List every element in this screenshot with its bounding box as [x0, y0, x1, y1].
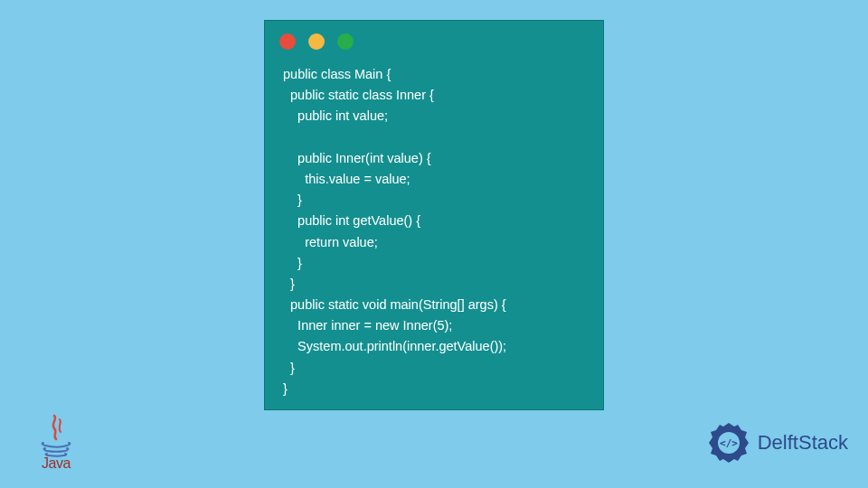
window-dots: [265, 21, 603, 55]
java-label: Java: [42, 455, 71, 472]
code-window: public class Main { public static class …: [264, 20, 604, 410]
java-logo: Java: [33, 407, 80, 472]
java-cup-icon: [38, 414, 74, 457]
svg-text:</>: </>: [720, 437, 738, 449]
close-dot-icon: [279, 33, 296, 50]
maximize-dot-icon: [337, 33, 354, 50]
delftstack-emblem-icon: </>: [705, 419, 752, 466]
code-block: public class Main { public static class …: [265, 55, 603, 399]
delftstack-label: DelftStack: [758, 431, 848, 455]
delftstack-logo: </> DelftStack: [705, 419, 848, 466]
minimize-dot-icon: [308, 33, 325, 50]
